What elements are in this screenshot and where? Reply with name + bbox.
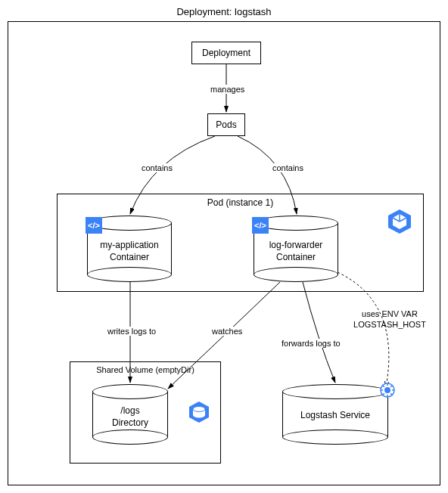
code-icon: </> — [252, 217, 269, 234]
pods-node: Pods — [207, 113, 245, 136]
edge-env-var: uses ENV VAR LOGSTASH_HOST — [348, 309, 431, 330]
env-line2: LOGSTASH_HOST — [353, 320, 426, 329]
env-line1: uses ENV VAR — [362, 309, 418, 318]
cube-icon — [386, 208, 413, 235]
edge-contains-right: contains — [271, 163, 305, 172]
shared-volume-label: Shared Volume (emptyDir) — [70, 365, 220, 374]
deployment-node: Deployment — [191, 42, 261, 64]
app-container-type: Container — [110, 251, 149, 262]
pod-instance-label: Pod (instance 1) — [58, 197, 423, 208]
logs-dir-type: Directory — [112, 417, 148, 427]
edge-writes: writes logs to — [106, 327, 157, 336]
logs-directory: /logs Directory — [92, 384, 168, 445]
edge-watches: watches — [210, 327, 244, 336]
fwd-container-type: Container — [276, 251, 316, 262]
storage-icon — [188, 401, 210, 423]
edge-manages: manages — [209, 85, 246, 94]
log-forwarder-container: log-forwarder Container </> — [254, 215, 338, 282]
logstash-service-label: Logstash Service — [300, 410, 370, 420]
service-icon — [380, 383, 395, 398]
logs-dir-path: /logs — [120, 405, 139, 416]
my-application-container: my-application Container </> — [87, 215, 172, 282]
svg-point-9 — [384, 387, 390, 393]
logstash-service: Logstash Service — [282, 384, 388, 445]
diagram-title: Deployment: logstash — [0, 6, 448, 17]
fwd-container-name: log-forwarder — [269, 240, 323, 250]
app-container-name: my-application — [100, 240, 158, 250]
edge-forwards: forwards logs to — [280, 339, 342, 348]
code-icon: </> — [86, 217, 102, 234]
edge-contains-left: contains — [140, 163, 174, 172]
